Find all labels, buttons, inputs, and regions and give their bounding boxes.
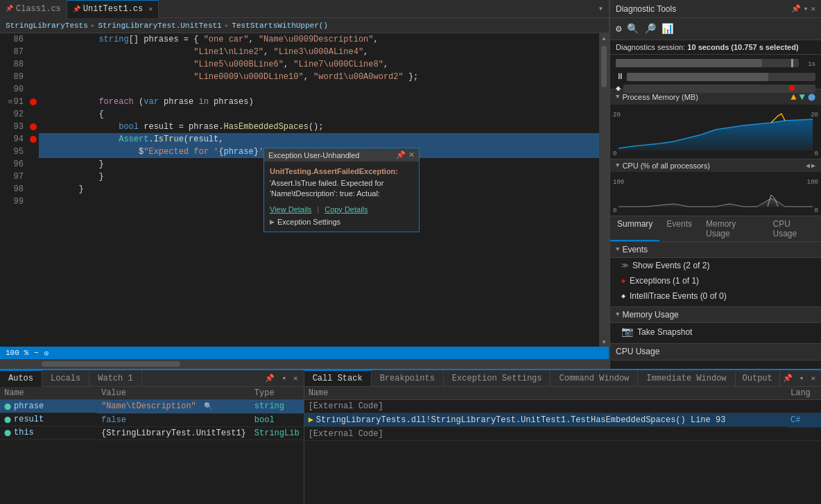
zoom-scroll[interactable]: ⊙ [44,349,49,358]
autos-close-btn[interactable]: ✕ [291,372,301,384]
cs-close-btn[interactable]: ✕ [808,372,818,384]
tab-unittest1[interactable]: 📌 UnitTest1.cs ✕ [67,0,159,18]
cs-pin-btn[interactable]: 📌 [780,372,795,384]
camera-icon: 📷 [621,326,633,338]
process-memory-section: ▼ Process Memory (MB) ▲ ▼ ⬤ 20 20 0 0 [610,89,821,159]
tab-locals[interactable]: Locals [42,370,89,387]
var-name-this: this [14,428,34,437]
breadcrumb-method[interactable]: TestStartsWithUpper() [232,21,328,30]
diag-zoom-out-icon[interactable]: 🔍 [627,23,639,35]
cpu-header: ▼ CPU (% of all processors) ◀ ▶ [610,159,821,172]
tab-expand-btn[interactable]: ▾ [593,3,609,14]
table-row[interactable]: ▶ StringLibraryTests.dll!StringLibraryTe… [304,413,821,428]
view-details-link[interactable]: View Details [270,205,311,214]
diag-close-btn[interactable]: ✕ [811,4,815,13]
col-name: Name [0,387,97,400]
copy-details-link[interactable]: Copy Details [325,205,368,214]
cpu-right-scroll[interactable]: ▶ [811,162,815,170]
event-show-events[interactable]: ≫ Show Events (2 of 2) [610,258,821,273]
exception-type: UnitTesting.AssertFailedException: [270,167,413,175]
tab-call-stack[interactable]: Call Stack [304,370,372,387]
tab-class1-label: Class1.cs [16,4,61,14]
diag-gear-icon[interactable]: ⚙ [616,23,621,35]
diag-tab-events[interactable]: Events [659,216,699,241]
cpu-title: CPU (% of all processors) [622,162,710,170]
diagnostic-tools-panel: Diagnostic Tools 📌 ▾ ✕ ⚙ 🔍 🔎 📊 Diagnosti… [609,0,821,369]
scroll-up-btn[interactable]: ▲ [599,33,609,43]
diag-chart-icon[interactable]: 📊 [662,23,673,35]
tab-command-window[interactable]: Command Window [551,370,638,387]
cs-lang-main: C# [790,415,800,425]
editor-hscroll[interactable] [0,359,609,369]
var-name-phrase: phrase [14,401,44,411]
event-exceptions[interactable]: ◆ Exceptions (1 of 1) [610,273,821,288]
memory-section-title: Memory Usage [622,310,678,320]
cpu-arrow: ▼ [616,162,619,169]
diag-menu-btn[interactable]: ▾ [804,4,809,13]
process-memory-chart: 20 20 0 0 [610,110,821,159]
tab-watch1[interactable]: Watch 1 [89,370,141,387]
take-snapshot-btn[interactable]: 📷 Take Snapshot [610,323,821,340]
var-name-result: result [14,415,44,424]
cs-ext-code-1: [External Code] [309,401,383,411]
code-line-87: "Line1\nLine2", "Line3\u000ALine4", [39,46,599,58]
cpu-left-scroll[interactable]: ◀ [806,162,810,170]
table-row[interactable]: [External Code] [304,427,821,440]
breadcrumb-sep1: ▸ [91,21,96,30]
zoom-level: 100 % [6,349,28,357]
cs-menu-btn[interactable]: ▾ [797,372,807,384]
breakpoint-94 [30,136,37,143]
var-type-this: StringLib [254,428,300,438]
table-row[interactable]: ⬤ this {StringLibraryTest.UnitTest1} Str… [0,426,304,440]
pin-exception-icon[interactable]: 📌 [396,150,406,159]
var-icon-result: ⬤ [4,416,11,424]
close-exception-icon[interactable]: ✕ [408,150,415,159]
tab-immediate-window[interactable]: Immediate Window [638,370,735,387]
event-intellitrace[interactable]: ◆ IntelliTrace Events (0 of 0) [610,288,821,304]
autos-pin-btn[interactable]: 📌 [262,372,277,384]
breakpoint-93 [30,123,37,130]
table-row[interactable]: ⬤ result false bool [0,413,304,426]
code-line-91: foreach (var phrase in phrases) [39,96,599,108]
code-line-88: "Line5\u000BLine6", "Line7\u000CLine8", [39,58,599,71]
breadcrumb-class[interactable]: StringLibraryTest.UnitTest1 [98,21,221,30]
autos-menu-btn[interactable]: ▾ [279,372,289,384]
events-section: ▼ Events ≫ Show Events (2 of 2) ◆ Except… [610,242,821,369]
table-row[interactable]: [External Code] [304,400,821,413]
exception-popup: Exception User-Unhandled 📌 ✕ UnitTesting… [263,148,420,232]
breadcrumb-sep2: ▸ [225,21,230,30]
search-icon-phrase[interactable]: 🔍 [204,403,212,410]
pause-icon[interactable]: ⏸ [616,71,624,82]
tab-autos[interactable]: Autos [0,370,42,387]
breadcrumb-project[interactable]: StringLibraryTests [6,21,88,30]
scroll-down-btn[interactable]: ▼ [599,337,609,347]
code-line-93: bool result = phrase.HasEmbeddedSpaces()… [39,121,599,133]
editor-body: ▲ 86 87 88 89 90 ⊟91 92 93 94 [0,33,609,347]
exception-popup-title: Exception User-Unhandled [268,151,359,159]
zoom-decrease[interactable]: − [34,349,39,357]
tab-exception-settings[interactable]: Exception Settings [444,370,551,387]
var-value-this: {StringLibraryTest.UnitTest1} [101,428,246,438]
bottom-panels: Autos Locals Watch 1 📌 ▾ ✕ [0,369,821,504]
diag-tab-memory[interactable]: Memory Usage [699,216,766,241]
diag-tab-cpu[interactable]: CPU Usage [766,216,821,241]
svg-marker-0 [619,119,813,150]
close-icon-unittest1[interactable]: ✕ [148,5,153,13]
var-value-phrase: "Name\tDescription" [101,401,196,411]
exception-settings-label[interactable]: Exception Settings [277,218,340,226]
editor-tab-bar: 📌 Class1.cs 📌 UnitTest1.cs ✕ ▾ [0,0,609,18]
diag-pin-btn[interactable]: 📌 [791,4,801,13]
tab-output[interactable]: Output [736,370,780,387]
tab-breakpoints[interactable]: Breakpoints [372,370,444,387]
diag-zoom-in-icon[interactable]: 🔎 [644,23,656,35]
events-section-title: Events [622,245,648,254]
cpu-chart: 100 100 0 0 [610,177,821,216]
exception-message: 'Assert.IsTrue failed. Expected for 'Nam… [270,178,413,200]
code-line-89: "Line0009\u000DLine10", "word1\u00A0word… [39,71,599,83]
table-row[interactable]: ⬤ phrase "Name\tDescription" 🔍 string [0,400,304,414]
editor-vscroll[interactable] [599,43,609,337]
diag-tab-summary[interactable]: Summary [610,216,659,241]
tab-class1[interactable]: 📌 Class1.cs [0,0,67,18]
code-line-94: Assert.IsTrue(result, [39,133,599,146]
exceptions-label: Exceptions (1 of 1) [630,276,699,286]
